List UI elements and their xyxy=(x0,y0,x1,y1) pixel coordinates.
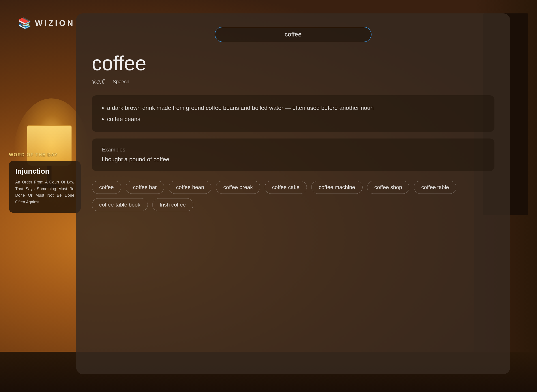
word-title: coffee xyxy=(92,53,494,73)
phonetic: 'kɑːfi xyxy=(92,78,105,85)
related-chip-coffee-cake[interactable]: coffee cake xyxy=(265,181,307,194)
wotd-card: Injunction An Order From A Court Of Law … xyxy=(9,161,81,213)
definition-box: a dark brown drink made from ground coff… xyxy=(92,95,494,132)
phonetic-row: 'kɑːfi Speech xyxy=(92,78,494,85)
related-chip-coffee-machine[interactable]: coffee machine xyxy=(311,181,362,194)
related-chip-coffee-bean[interactable]: coffee bean xyxy=(169,181,211,194)
main-panel: coffee 'kɑːfi Speech a dark brown drink … xyxy=(76,14,510,374)
related-chip-irish-coffee[interactable]: Irish coffee xyxy=(152,198,193,211)
examples-label: Examples xyxy=(102,147,485,153)
logo-area: 📚 WIZION xyxy=(18,18,75,29)
wotd-definition: An Order From A Court Of Law That Says S… xyxy=(15,179,74,206)
related-chip-coffee-bar[interactable]: coffee bar xyxy=(126,181,164,194)
definition-item-2: coffee beans xyxy=(107,115,485,124)
related-chip-coffee-break[interactable]: coffee break xyxy=(216,181,260,194)
logo-text: WIZION xyxy=(35,19,75,28)
related-chip-coffee-table[interactable]: coffee table xyxy=(414,181,456,194)
related-chip-coffee[interactable]: coffee xyxy=(92,181,121,194)
related-chip-coffee-shop[interactable]: coffee shop xyxy=(367,181,410,194)
example-sentence: I bought a pound of coffee. xyxy=(102,156,485,163)
speech-button[interactable]: Speech xyxy=(110,78,132,85)
wotd-label: WORD OF THE DAY xyxy=(9,152,81,157)
related-words: coffee coffee bar coffee bean coffee bre… xyxy=(92,181,494,211)
definition-list: a dark brown drink made from ground coff… xyxy=(102,103,485,124)
search-container xyxy=(92,27,494,42)
related-chip-coffee-table-book[interactable]: coffee-table book xyxy=(92,198,148,211)
wotd-word: Injunction xyxy=(15,167,74,175)
search-input[interactable] xyxy=(215,27,371,42)
examples-box: Examples I bought a pound of coffee. xyxy=(92,139,494,171)
wotd-section: WORD OF THE DAY Injunction An Order From… xyxy=(9,152,81,213)
logo-icon: 📚 xyxy=(18,18,31,29)
definition-item-1: a dark brown drink made from ground coff… xyxy=(107,103,485,113)
